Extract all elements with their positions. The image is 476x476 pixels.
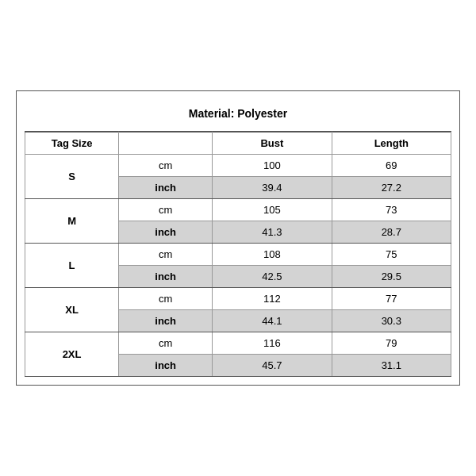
bust-cell: 39.4 — [213, 177, 332, 199]
unit-cell: cm — [119, 199, 213, 221]
length-cell: 30.3 — [332, 310, 451, 332]
tag-size-cell: XL — [25, 288, 119, 332]
length-cell: 27.2 — [332, 177, 451, 199]
bust-cell: 42.5 — [213, 266, 332, 288]
unit-cell: cm — [119, 155, 213, 177]
bust-cell: 112 — [213, 288, 332, 310]
chart-title: Material: Polyester — [25, 99, 451, 132]
header-length: Length — [332, 132, 451, 155]
unit-cell: inch — [119, 177, 213, 199]
bust-cell: 100 — [213, 155, 332, 177]
bust-cell: 45.7 — [213, 355, 332, 377]
tag-size-cell: L — [25, 244, 119, 288]
unit-cell: inch — [119, 355, 213, 377]
header-tag-size: Tag Size — [25, 132, 119, 155]
unit-cell: inch — [119, 310, 213, 332]
length-cell: 77 — [332, 288, 451, 310]
unit-cell: inch — [119, 266, 213, 288]
bust-cell: 105 — [213, 199, 332, 221]
length-cell: 79 — [332, 332, 451, 355]
length-cell: 31.1 — [332, 355, 451, 377]
bust-cell: 116 — [213, 332, 332, 355]
header-unit-col — [119, 132, 213, 155]
bust-cell: 108 — [213, 244, 332, 266]
tag-size-cell: S — [25, 155, 119, 199]
tag-size-cell: M — [25, 199, 119, 244]
header-bust: Bust — [213, 132, 332, 155]
tag-size-cell: 2XL — [25, 332, 119, 377]
size-chart-container: Material: Polyester Tag Size Bust Length… — [16, 90, 460, 386]
length-cell: 75 — [332, 244, 451, 266]
bust-cell: 41.3 — [213, 221, 332, 244]
length-cell: 29.5 — [332, 266, 451, 288]
size-table: Tag Size Bust Length Scm10069inch39.427.… — [25, 132, 451, 377]
length-cell: 73 — [332, 199, 451, 221]
unit-cell: cm — [119, 332, 213, 355]
unit-cell: cm — [119, 288, 213, 310]
unit-cell: inch — [119, 221, 213, 244]
length-cell: 28.7 — [332, 221, 451, 244]
bust-cell: 44.1 — [213, 310, 332, 332]
unit-cell: cm — [119, 244, 213, 266]
length-cell: 69 — [332, 155, 451, 177]
